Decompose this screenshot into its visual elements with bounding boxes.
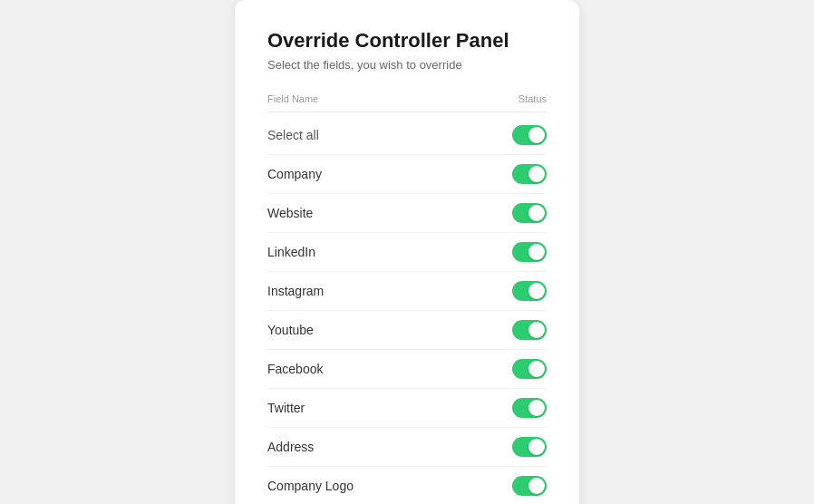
toggle-thumb-address [528, 439, 545, 455]
table-row-company: Company [267, 155, 547, 194]
field-label-facebook: Facebook [267, 362, 323, 376]
toggle-facebook[interactable] [512, 359, 547, 379]
table-row-facebook: Facebook [267, 350, 547, 389]
toggle-address[interactable] [512, 437, 547, 457]
table-row-company-logo: Company Logo [267, 467, 547, 504]
field-label-company: Company [267, 167, 322, 181]
table-row-youtube: Youtube [267, 311, 547, 350]
panel-subtitle: Select the fields, you wish to override [267, 58, 547, 72]
toggle-thumb-select-all [528, 127, 545, 143]
toggle-company-logo[interactable] [512, 476, 547, 496]
table-row-website: Website [267, 194, 547, 233]
field-label-website: Website [267, 206, 313, 220]
toggle-thumb-twitter [528, 400, 545, 416]
table-header: Field Name Status [267, 90, 547, 112]
toggle-instagram[interactable] [512, 281, 547, 301]
table-row-address: Address [267, 428, 547, 467]
field-label-youtube: Youtube [267, 323, 314, 337]
toggle-thumb-linkedin [528, 244, 545, 260]
field-label-address: Address [267, 440, 314, 454]
toggle-thumb-website [528, 205, 545, 221]
toggle-thumb-company-logo [528, 478, 545, 494]
field-label-select-all: Select all [267, 128, 319, 142]
override-controller-panel: Override Controller Panel Select the fie… [235, 0, 579, 504]
table-row-select-all: Select all [267, 116, 547, 155]
panel-title: Override Controller Panel [267, 29, 547, 53]
rows-container: Select allCompanyWebsiteLinkedInInstagra… [267, 116, 547, 504]
column-header-field: Field Name [267, 93, 318, 104]
toggle-linkedin[interactable] [512, 242, 547, 262]
toggle-twitter[interactable] [512, 398, 547, 418]
toggle-thumb-instagram [528, 283, 545, 299]
toggle-youtube[interactable] [512, 320, 547, 340]
field-label-twitter: Twitter [267, 401, 305, 415]
toggle-select-all[interactable] [512, 125, 547, 145]
field-label-linkedin: LinkedIn [267, 245, 315, 259]
toggle-thumb-company [528, 166, 545, 182]
table-row-linkedin: LinkedIn [267, 233, 547, 272]
column-header-status: Status [518, 93, 547, 104]
toggle-thumb-facebook [528, 361, 545, 377]
table-row-twitter: Twitter [267, 389, 547, 428]
field-label-instagram: Instagram [267, 284, 324, 298]
table-row-instagram: Instagram [267, 272, 547, 311]
toggle-website[interactable] [512, 203, 547, 223]
toggle-thumb-youtube [528, 322, 545, 338]
field-label-company-logo: Company Logo [267, 479, 354, 493]
toggle-company[interactable] [512, 164, 547, 184]
